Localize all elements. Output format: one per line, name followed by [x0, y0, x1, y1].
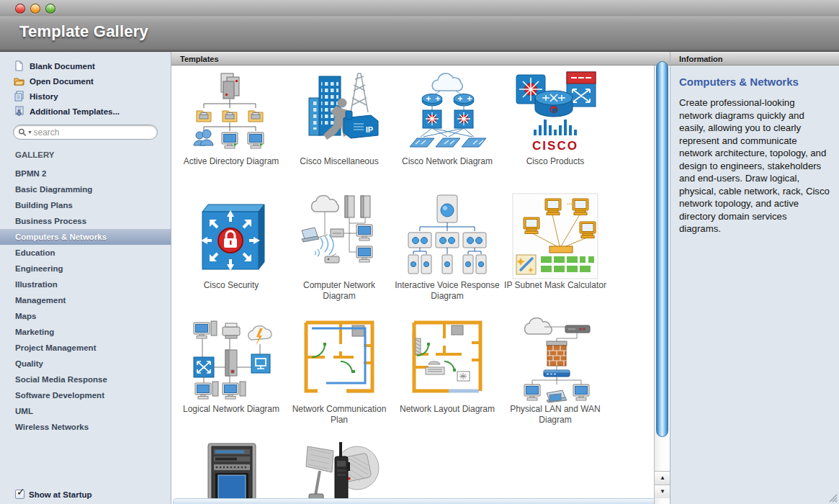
- template-label: Cisco Miscellaneous: [286, 156, 392, 167]
- cisco-products-thumbnail: SI CISCO: [512, 69, 598, 156]
- category-marketing[interactable]: Marketing: [0, 324, 171, 340]
- sidebar-item-label: Open Document: [30, 77, 94, 86]
- network-communication-plan-thumbnail: [296, 317, 382, 403]
- search-scope-dropdown-icon[interactable]: ▾: [29, 129, 32, 135]
- template-label: Cisco Network Diagram: [394, 156, 501, 167]
- category-engineering[interactable]: Engineering: [0, 261, 171, 276]
- category-illustration[interactable]: Illustration: [0, 276, 171, 292]
- svg-text:...: ...: [567, 198, 573, 206]
- gallery-section-header: GALLERY: [0, 150, 171, 159]
- template-label: Cisco Products: [502, 156, 609, 167]
- zoom-button[interactable]: [45, 4, 55, 14]
- category-social-media-response[interactable]: Social Media Response: [0, 372, 171, 387]
- template-label: Logical Network Diagram: [178, 404, 284, 415]
- template-computer-network-diagram[interactable]: Computer Network Diagram: [285, 192, 393, 316]
- template-label: Cisco Security: [178, 280, 284, 291]
- category-computers-networks[interactable]: Computers & Networks: [0, 229, 171, 245]
- close-button[interactable]: [15, 4, 25, 14]
- template-cisco-security[interactable]: Cisco Security: [177, 192, 285, 316]
- template-cisco-network-diagram[interactable]: Cisco Network Diagram: [393, 68, 501, 192]
- svg-text:IP: IP: [366, 125, 373, 134]
- category-quality[interactable]: Quality: [0, 356, 171, 372]
- category-business-process[interactable]: Business Process: [0, 213, 171, 229]
- template-physical-lan-and-wan-diagram[interactable]: Physical LAN and WAN Diagram: [501, 316, 609, 440]
- search-icon: [18, 127, 27, 137]
- horizontal-scrollbar[interactable]: [173, 498, 668, 504]
- template-label: Physical LAN and WAN Diagram: [502, 404, 609, 426]
- sidebar-item-label: History: [30, 92, 58, 101]
- template-cisco-miscellaneous[interactable]: IP Cisco Miscellaneous: [285, 68, 393, 192]
- search-input[interactable]: [34, 127, 153, 138]
- window-title: Template Gallery: [19, 22, 148, 41]
- category-education[interactable]: Education: [0, 245, 171, 261]
- template-label: Active Directory Diagram: [178, 156, 284, 167]
- ip-subnet-mask-calculator-thumbnail: ...: [512, 193, 598, 279]
- category-maps[interactable]: Maps: [0, 308, 171, 324]
- template-ip-subnet-mask-calculator[interactable]: ... IP Subnet Mask Calculator: [501, 192, 609, 316]
- category-wireless-networks[interactable]: Wireless Networks: [0, 419, 171, 435]
- network-layout-diagram-thumbnail: [404, 317, 490, 403]
- active-directory-thumbnail: [188, 69, 274, 156]
- physical-lan-wan-diagram-thumbnail: [512, 317, 598, 403]
- sidebar-item-history[interactable]: History: [0, 89, 171, 104]
- category-management[interactable]: Management: [0, 292, 171, 308]
- show-at-startup-label: Show at Startup: [29, 490, 92, 499]
- wireless-equipment-thumbnail: [296, 441, 382, 504]
- template-gallery-window: Template Gallery Blank Document Open Doc…: [0, 0, 839, 504]
- template-grid: Active Directory Diagram IP Cisco Miscel…: [177, 68, 609, 504]
- template-interactive-voice-response-diagram[interactable]: Interactive Voice Response Diagram: [393, 192, 501, 316]
- info-description: Create professional-looking network diag…: [679, 96, 830, 235]
- sidebar-item-additional-templates[interactable]: Additional Templates...: [0, 104, 171, 119]
- scroll-down-button[interactable]: ▼: [655, 485, 670, 498]
- scroll-up-icon: ▲: [660, 474, 665, 481]
- category-building-plans[interactable]: Building Plans: [0, 197, 171, 213]
- show-at-startup-checkbox[interactable]: ✓: [15, 490, 24, 499]
- info-title: Computers & Networks: [679, 76, 830, 88]
- template-active-directory-diagram[interactable]: Active Directory Diagram: [177, 68, 285, 192]
- window-controls: [15, 4, 55, 14]
- computer-network-diagram-thumbnail: [296, 193, 382, 279]
- category-list: BPMN 2 Basic Diagramming Building Plans …: [0, 166, 171, 435]
- category-uml[interactable]: UML: [0, 403, 171, 419]
- rack-diagram-thumbnail: [188, 441, 274, 504]
- search-field[interactable]: ▾: [13, 125, 158, 140]
- template-wireless-equipment[interactable]: [285, 440, 393, 504]
- window-titlebar[interactable]: Template Gallery: [0, 0, 839, 52]
- minimize-button[interactable]: [30, 4, 40, 14]
- category-project-management[interactable]: Project Management: [0, 340, 171, 356]
- template-label: Network Communication Plan: [286, 404, 392, 426]
- logical-network-diagram-thumbnail: [188, 317, 274, 403]
- blank-document-icon: [14, 60, 24, 71]
- vertical-scrollbar[interactable]: ▲ ▼: [654, 66, 670, 504]
- template-network-layout-diagram[interactable]: Network Layout Diagram: [393, 316, 501, 440]
- scroll-up-button[interactable]: ▲: [655, 471, 670, 485]
- category-basic-diagramming[interactable]: Basic Diagramming: [0, 181, 171, 197]
- scrollbar-buttons: ▲ ▼: [655, 471, 670, 498]
- information-panel: Information Computers & Networks Create …: [670, 52, 839, 504]
- resize-grip-icon[interactable]: [827, 492, 838, 503]
- category-bpmn-2[interactable]: BPMN 2: [0, 166, 171, 181]
- open-folder-icon: [14, 76, 24, 86]
- sidebar-item-blank-document[interactable]: Blank Document: [0, 58, 171, 73]
- interactive-voice-response-thumbnail: [404, 193, 490, 279]
- template-logical-network-diagram[interactable]: Logical Network Diagram: [177, 316, 285, 440]
- download-template-icon: [14, 106, 24, 117]
- templates-panel: Templates Active Directory Diagram: [171, 52, 670, 504]
- category-software-development[interactable]: Software Development: [0, 387, 171, 403]
- sidebar-item-open-document[interactable]: Open Document: [0, 73, 171, 89]
- template-label: Interactive Voice Response Diagram: [394, 280, 501, 302]
- information-panel-header: Information: [670, 52, 839, 66]
- cisco-security-thumbnail: [188, 193, 274, 279]
- cisco-miscellaneous-thumbnail: IP: [296, 69, 382, 156]
- template-network-communication-plan[interactable]: Network Communication Plan: [285, 316, 393, 440]
- template-label: Network Layout Diagram: [394, 404, 501, 415]
- templates-panel-header: Templates: [171, 52, 670, 66]
- scrollbar-thumb[interactable]: [656, 61, 668, 437]
- svg-text:CISCO: CISCO: [532, 139, 578, 153]
- sidebar-item-label: Additional Templates...: [30, 107, 120, 116]
- template-cisco-products[interactable]: SI CISCO Cisco Products: [501, 68, 609, 192]
- checkmark-icon: ✓: [17, 486, 25, 498]
- sidebar-item-label: Blank Document: [30, 62, 95, 71]
- scroll-down-icon: ▼: [660, 488, 665, 495]
- template-rack-diagram[interactable]: [177, 440, 285, 504]
